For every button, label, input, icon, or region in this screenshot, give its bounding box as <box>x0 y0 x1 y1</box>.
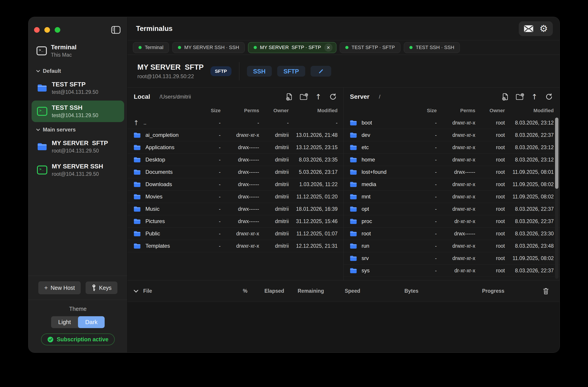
file-row[interactable]: ↑ boot - drwxr-xr-x root 8.03.2026, 23:1… <box>344 117 560 129</box>
column-header[interactable]: Modified <box>289 108 338 114</box>
file-owner: root <box>475 144 505 150</box>
file-row[interactable]: ↑ opt - drwxr-xr-x root 8.03.2026, 22:37 <box>344 203 560 215</box>
file-row[interactable]: ↑ lost+found - drwx------ root 11.09.202… <box>344 166 560 178</box>
file-row[interactable]: ↑ Desktop - drwx------ dmitrii 8.03.2026… <box>127 154 343 166</box>
file-row[interactable]: ↑ Applications - drwx------ dmitrii 13.1… <box>127 141 343 154</box>
file-row[interactable]: ↑ ai_completion - drwxr-xr-x dmitrii 13.… <box>127 129 343 141</box>
file-row[interactable]: ↑ Documents - drwx------ dmitrii 5.03.20… <box>127 166 343 178</box>
file-modified: 18.01.2026, 16:39 <box>289 206 338 212</box>
file-row[interactable]: ↑ .. - - - - <box>127 117 343 129</box>
file-perms: - <box>221 120 259 126</box>
minimize-window-button[interactable] <box>44 27 50 33</box>
file-row[interactable]: ↑ Movies - drwx------ dmitrii 11.12.2025… <box>127 191 343 203</box>
file-perms: drwx------ <box>437 169 475 175</box>
scrollbar-track[interactable] <box>555 118 558 279</box>
file-modified: 8.03.2026, 23:12 <box>505 120 554 126</box>
connection-tab[interactable]: MY SERVER SFTP · SFTP × <box>248 42 336 53</box>
server-pane-label: Server <box>350 93 370 100</box>
file-owner: root <box>475 280 505 280</box>
new-file-icon[interactable] <box>285 93 294 101</box>
connection-tab[interactable]: Terminal × <box>133 42 169 53</box>
sidebar-group-header[interactable]: Main servers <box>28 124 127 135</box>
file-name: .. <box>143 120 146 126</box>
file-row[interactable]: ↑ mnt - drwxr-xr-x root 11.09.2025, 08:0… <box>344 191 560 203</box>
file-row[interactable]: ↑ home - drwxr-xr-x root 8.03.2026, 23:1… <box>344 154 560 166</box>
file-owner: dmitrii <box>259 206 289 212</box>
sidebar-host-item[interactable]: TEST SFTP test@104.131.29.50 <box>32 77 124 99</box>
sidebar-host-item[interactable]: >_ TEST SSH test@104.131.29.50 <box>32 101 124 122</box>
main-area: Terminalus ⚙ Terminal × MY SERVER SSH · … <box>127 17 560 352</box>
connection-tab[interactable]: TEST SFTP · SFTP × <box>340 42 401 53</box>
theme-toggle: Light Dark <box>51 316 105 328</box>
close-window-button[interactable] <box>34 27 40 33</box>
column-header[interactable]: Perms <box>221 108 259 114</box>
file-size: - <box>196 157 221 163</box>
sidebar-toggle-icon[interactable] <box>111 26 121 34</box>
file-modified: 11.12.2025, 01:07 <box>289 231 338 237</box>
mail-icon[interactable] <box>524 25 534 32</box>
column-header[interactable]: Perms <box>437 108 475 114</box>
column-header[interactable]: Size <box>412 108 437 114</box>
file-perms: drwxr-xr-x <box>221 132 259 138</box>
refresh-icon[interactable] <box>545 93 553 101</box>
new-host-button[interactable]: + New Host <box>38 281 81 294</box>
edit-host-button[interactable] <box>311 66 331 77</box>
refresh-icon[interactable] <box>329 93 337 101</box>
column-header[interactable]: Owner <box>259 108 289 114</box>
sidebar-item-local-terminal[interactable]: >_ Terminal This Mac <box>28 44 127 58</box>
clear-transfers-icon[interactable] <box>538 287 554 294</box>
column-header[interactable]: Size <box>196 108 221 114</box>
theme-light-option[interactable]: Light <box>51 316 78 328</box>
local-path[interactable]: /Users/dmitrii <box>160 94 191 100</box>
zoom-window-button[interactable] <box>55 27 60 33</box>
connection-tab[interactable]: TEST SSH · SSH × <box>404 42 460 53</box>
file-row[interactable]: ↑ run - drwxr-xr-x root 8.03.2026, 23:48 <box>344 240 560 252</box>
file-row[interactable]: ↑ srv - drwxr-xr-x root 11.09.2025, 08:0… <box>344 252 560 265</box>
theme-dark-option[interactable]: Dark <box>78 316 105 328</box>
file-perms: drwx------ <box>221 206 259 212</box>
file-size: - <box>196 132 221 138</box>
connection-tab[interactable]: MY SERVER SSH · SSH × <box>172 42 245 53</box>
scrollbar-thumb[interactable] <box>555 118 558 189</box>
file-size: - <box>412 194 437 200</box>
sidebar-host-item[interactable]: MY SERVER SFTP root@104.131.29.50 <box>32 136 124 158</box>
host-address: root@104.131.29.50 <box>52 171 103 177</box>
host-title: TEST SSH <box>52 104 98 111</box>
up-directory-icon[interactable]: ↑ <box>530 93 539 101</box>
file-row[interactable]: ↑ Pictures - drwx------ dmitrii 31.12.20… <box>127 215 343 227</box>
keys-button[interactable]: Keys <box>85 282 117 294</box>
file-owner: root <box>475 182 505 187</box>
file-row[interactable]: ↑ Templates - drwxr-xr-x dmitrii 12.12.2… <box>127 240 343 252</box>
new-folder-icon[interactable] <box>300 93 308 101</box>
file-row[interactable]: ↑ Downloads - drwx------ dmitrii 1.03.20… <box>127 178 343 191</box>
transfer-col-elapsed: Elapsed <box>257 288 291 294</box>
file-owner: dmitrii <box>259 231 289 237</box>
file-perms: dr-xr-xr-x <box>437 218 475 224</box>
up-directory-icon[interactable]: ↑ <box>314 93 323 101</box>
collapse-transfers-icon[interactable] <box>133 290 143 293</box>
folder-icon <box>350 132 357 138</box>
column-header[interactable]: Owner <box>475 108 505 114</box>
column-header[interactable]: Modified <box>505 108 554 114</box>
file-row[interactable]: ↑ Public - drwxr-xr-x dmitrii 11.12.2025… <box>127 227 343 240</box>
file-row[interactable]: ↑ proc - dr-xr-xr-x root 8.03.2026, 22:3… <box>344 215 560 227</box>
open-ssh-button[interactable]: SSH <box>247 66 272 77</box>
new-folder-icon[interactable] <box>516 93 524 101</box>
sidebar-host-item[interactable]: >_ MY SERVER SSH root@104.131.29.50 <box>32 159 124 181</box>
file-row[interactable]: ↑ media - drwxr-xr-x root 11.09.2025, 08… <box>344 178 560 191</box>
titlebar-actions: ⚙ <box>519 21 553 36</box>
open-sftp-button[interactable]: SFTP <box>277 66 305 77</box>
server-path[interactable]: / <box>379 94 380 100</box>
new-file-icon[interactable] <box>501 93 510 101</box>
file-row[interactable]: ↑ tmp - drwxr-xr-x root 8.03.2026, 23:41 <box>344 277 560 280</box>
file-owner: dmitrii <box>259 157 289 163</box>
file-row[interactable]: ↑ root - drwx------ root 8.03.2026, 23:3… <box>344 227 560 240</box>
sidebar-group-header[interactable]: Default <box>28 66 127 76</box>
file-row[interactable]: ↑ Music - drwx------ dmitrii 18.01.2026,… <box>127 203 343 215</box>
file-row[interactable]: ↑ etc - drwxr-xr-x root 8.03.2026, 23:12 <box>344 141 560 154</box>
file-row[interactable]: ↑ dev - drwxr-xr-x root 8.03.2026, 22:37 <box>344 129 560 141</box>
file-owner: root <box>475 120 505 126</box>
tab-close-icon[interactable]: × <box>324 43 333 52</box>
settings-gear-icon[interactable]: ⚙ <box>539 24 548 33</box>
file-row[interactable]: ↑ sys - dr-xr-xr-x root 8.03.2026, 22:37 <box>344 265 560 277</box>
